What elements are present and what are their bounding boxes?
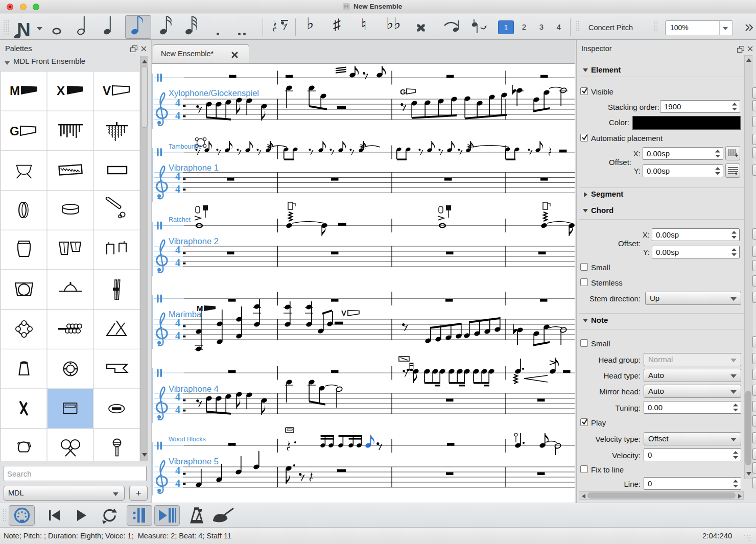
svg-text:4: 4 [175, 317, 180, 328]
svg-text:4: 4 [175, 244, 180, 255]
svg-text:4: 4 [175, 97, 180, 108]
svg-text:4: 4 [175, 171, 180, 182]
svg-text:4: 4 [175, 478, 180, 489]
svg-text:M: M [197, 304, 203, 313]
svg-text:Wood Blocks: Wood Blocks [169, 436, 206, 443]
svg-text:V: V [341, 309, 346, 317]
svg-text:4: 4 [175, 391, 180, 403]
svg-text:4: 4 [175, 404, 180, 415]
svg-text:4: 4 [175, 257, 180, 268]
svg-text:Xylophone/Glockenspiel: Xylophone/Glockenspiel [169, 88, 259, 98]
svg-text:4: 4 [175, 110, 180, 121]
svg-text:4: 4 [175, 465, 180, 476]
svg-text:4: 4 [175, 330, 180, 341]
svg-text:Ratchet: Ratchet [169, 216, 191, 223]
svg-text:4: 4 [175, 183, 180, 195]
svg-text:G: G [400, 87, 406, 96]
